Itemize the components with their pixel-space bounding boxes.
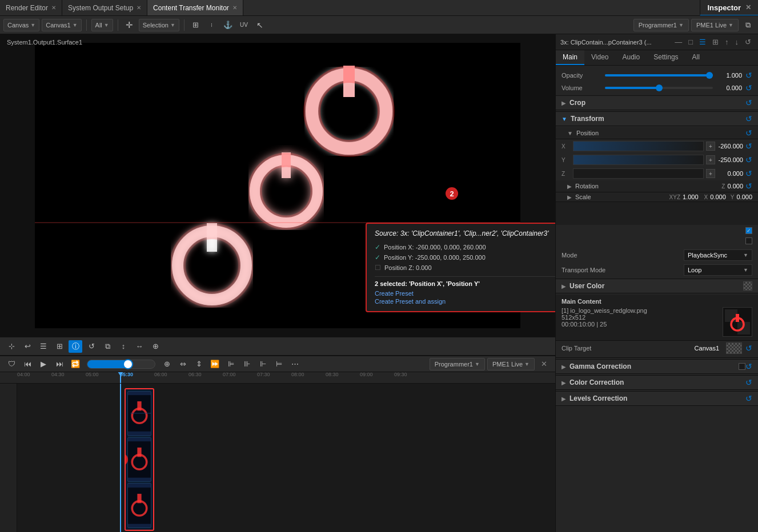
canvas-select[interactable]: Canvas ▼ — [3, 19, 39, 31]
tl-skip-icon[interactable]: ⏩ — [208, 358, 222, 370]
mode-dropdown[interactable]: PlaybackSync ▼ — [684, 249, 752, 261]
move-icon-btn[interactable]: ✛ — [123, 19, 137, 31]
y-plus-btn[interactable]: + — [706, 155, 715, 164]
tl-add-icon[interactable]: ⊕ — [160, 358, 174, 370]
clip-target-reset[interactable]: ↺ — [745, 344, 752, 353]
tl-back-icon[interactable]: ⏮ — [21, 358, 34, 370]
z-reset[interactable]: ↺ — [745, 169, 752, 178]
tab-content-transfer-close[interactable]: ✕ — [232, 5, 237, 11]
bt-icon-9[interactable]: ↔ — [133, 340, 146, 353]
tab-video[interactable]: Video — [584, 50, 615, 65]
programmer-select[interactable]: Programmer1 ▼ — [633, 19, 689, 31]
ins-maximize-icon[interactable]: □ — [686, 37, 695, 47]
levels-reset[interactable]: ↺ — [745, 394, 752, 403]
bt-icon-5[interactable]: ⓘ — [69, 340, 82, 353]
ins-reset-icon[interactable]: ↺ — [743, 37, 753, 47]
cursor-icon-btn[interactable]: ↖ — [253, 19, 267, 31]
rotation-section[interactable]: ▶ Rotation Z 0.000 ↺ — [556, 180, 758, 192]
volume-reset[interactable]: ↺ — [745, 83, 752, 92]
x-field[interactable] — [573, 141, 704, 151]
tl-shrink-icon[interactable]: ⇕ — [192, 358, 206, 370]
checkbox-2[interactable] — [745, 237, 752, 244]
tab-settings[interactable]: Settings — [647, 50, 685, 65]
ins-down-icon[interactable]: ↓ — [733, 37, 741, 47]
bt-icon-8[interactable]: ↕ — [117, 340, 130, 353]
y-reset[interactable]: ↺ — [745, 155, 752, 164]
tab-render-editor-close[interactable]: ✕ — [51, 5, 56, 11]
x-plus-btn[interactable]: + — [706, 142, 715, 151]
z-plus-btn[interactable]: + — [706, 169, 715, 178]
color-correction-section[interactable]: ▶ Color Correction ↺ — [556, 375, 758, 390]
chevron-down-icon-6: ▼ — [728, 22, 733, 28]
tl-shield-icon[interactable]: 🛡 — [5, 358, 18, 370]
tab-all[interactable]: All — [685, 50, 707, 65]
color-reset[interactable]: ↺ — [745, 378, 752, 387]
user-color-section[interactable]: ▶ User Color — [556, 279, 758, 293]
anchor-icon-btn[interactable]: ⚓ — [221, 19, 235, 31]
tl-loop-icon[interactable]: 🔁 — [69, 358, 82, 370]
y-field[interactable] — [573, 155, 704, 165]
create-preset-assign-link[interactable]: Create Preset and assign — [375, 297, 555, 305]
ins-list-icon[interactable]: ☰ — [697, 37, 708, 47]
bt-icon-10[interactable]: ⊕ — [149, 340, 162, 353]
bt-icon-6[interactable]: ↺ — [85, 340, 98, 353]
position-reset[interactable]: ↺ — [745, 128, 752, 138]
bt-icon-4[interactable]: ⊞ — [53, 340, 66, 353]
tl-pme-select[interactable]: PME1 Live ▼ — [487, 358, 535, 370]
tab-main[interactable]: Main — [556, 50, 584, 65]
bt-icon-2[interactable]: ↩ — [21, 340, 34, 353]
tab-audio[interactable]: Audio — [616, 50, 647, 65]
opacity-reset[interactable]: ↺ — [745, 71, 752, 80]
tl-step-icon[interactable]: ⏭ — [53, 358, 66, 370]
mode-label: Mode — [562, 252, 601, 259]
color-swatch[interactable] — [743, 281, 752, 291]
bt-icon-3[interactable]: ☰ — [37, 340, 50, 353]
ins-up-icon[interactable]: ↑ — [723, 37, 731, 47]
x-reset[interactable]: ↺ — [745, 142, 752, 151]
bt-icon-1[interactable]: ⊹ — [5, 340, 18, 353]
grid-icon-btn[interactable]: ⊞ — [189, 19, 203, 31]
tab-content-transfer[interactable]: Content Transfer Monitor ✕ — [147, 0, 243, 15]
selection-select[interactable]: Selection ▼ — [139, 19, 179, 31]
all-select[interactable]: All ▼ — [91, 19, 113, 31]
z-field[interactable] — [573, 168, 704, 179]
transform-section[interactable]: ▼ Transform ↺ — [556, 111, 758, 126]
create-preset-link[interactable]: Create Preset — [375, 289, 555, 297]
ins-grid-icon-2[interactable]: ⊞ — [710, 37, 721, 47]
tab-render-editor[interactable]: Render Editor ✕ — [0, 0, 62, 15]
tl-align-right[interactable]: ⊩ — [256, 358, 270, 370]
tab-system-output[interactable]: System Output Setup ✕ — [62, 0, 147, 15]
transform-reset[interactable]: ↺ — [745, 114, 752, 123]
tl-align-fill[interactable]: ⊨ — [272, 358, 286, 370]
transport-mode-dropdown[interactable]: Loop ▼ — [684, 264, 752, 276]
tl-align-left[interactable]: ⊫ — [224, 358, 238, 370]
tl-close-btn[interactable]: ✕ — [537, 358, 551, 370]
gamma-correction-section[interactable]: ▶ Gamma Correction ↺ — [556, 359, 758, 374]
gamma-checkbox[interactable] — [739, 363, 745, 370]
tl-more[interactable]: ⋯ — [288, 358, 302, 370]
bt-icon-7[interactable]: ⧉ — [101, 340, 114, 353]
gamma-reset[interactable]: ↺ — [745, 362, 752, 371]
opacity-slider[interactable] — [605, 74, 713, 76]
ins-minimize-icon[interactable]: — — [672, 37, 684, 47]
inspector-tab-close[interactable]: ✕ — [745, 3, 751, 11]
pme-select[interactable]: PME1 Live ▼ — [691, 19, 739, 31]
levels-correction-section[interactable]: ▶ Levels Correction ↺ — [556, 391, 758, 406]
rotation-reset[interactable]: ↺ — [745, 182, 752, 191]
tl-expand-icon[interactable]: ⇔ — [176, 358, 190, 370]
crop-section[interactable]: ▶ Crop ↺ — [556, 95, 758, 110]
canvas1-select[interactable]: Canvas1 ▼ — [42, 19, 81, 31]
volume-slider[interactable] — [605, 87, 713, 89]
tl-play-icon[interactable]: ▶ — [37, 358, 50, 370]
tl-align-center[interactable]: ⊪ — [240, 358, 254, 370]
crop-reset[interactable]: ↺ — [745, 98, 752, 107]
scale-section[interactable]: ▶ Scale XYZ 1.000 X 0.000 Y 0.000 — [556, 192, 758, 202]
window-icon-btn[interactable]: ⧉ — [741, 19, 755, 31]
tl-programmer-select[interactable]: Programmer1 ▼ — [430, 358, 485, 370]
uv-icon-btn[interactable]: UV — [237, 19, 251, 31]
timeline-clip[interactable]: 1 — [125, 388, 154, 531]
tab-system-output-close[interactable]: ✕ — [137, 5, 141, 11]
position-section[interactable]: ▼ Position ↺ — [556, 127, 758, 139]
checkbox-1[interactable]: ✓ — [745, 227, 752, 234]
dots-icon-btn[interactable]: ⁞ — [205, 19, 219, 31]
